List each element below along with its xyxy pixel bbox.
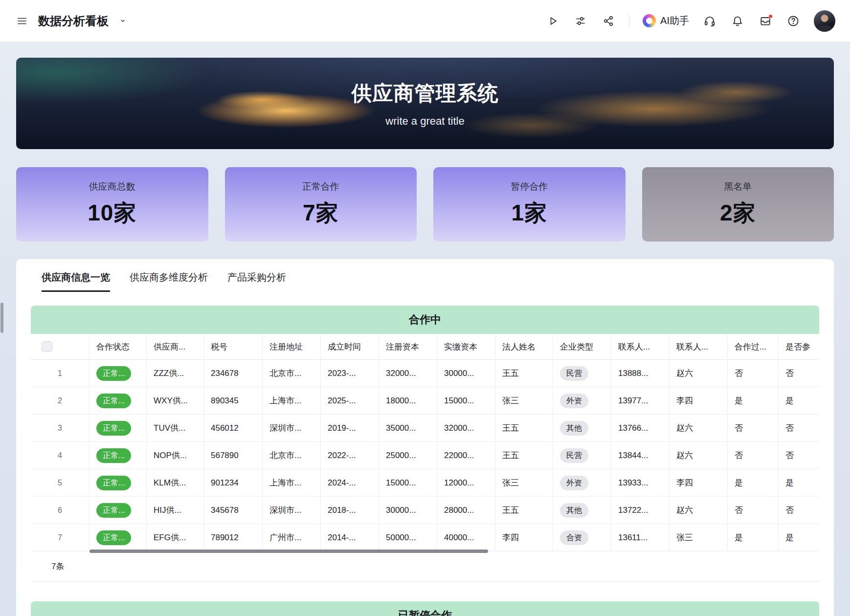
cell-tax-no: 345678: [204, 497, 263, 524]
row-index: 7: [58, 533, 62, 542]
cell-supplier: HIJ供...: [147, 497, 204, 524]
cell-address: 深圳市...: [263, 497, 321, 524]
sliders-settings-button[interactable]: [573, 14, 588, 28]
headset-support-button[interactable]: [702, 14, 717, 28]
table-row[interactable]: 4 正常... NOP供... 567890 北京市... 2022-... 2…: [31, 442, 819, 469]
row-index-cell: 6: [31, 497, 89, 524]
company-type-badge: 民营: [560, 448, 588, 463]
cell-supplier: TUV供...: [147, 415, 204, 441]
row-index: 3: [58, 424, 62, 433]
cell-address: 上海市...: [263, 387, 321, 414]
ai-assistant-button[interactable]: AI助手: [643, 14, 689, 27]
tab-supplier-overview[interactable]: 供应商信息一览: [42, 271, 110, 292]
play-button[interactable]: [545, 14, 560, 28]
status-badge: 正常...: [96, 448, 131, 463]
page-title: 数据分析看板: [38, 13, 109, 29]
cell-founded: 2022-...: [321, 442, 379, 469]
cell-founded: 2019-...: [321, 415, 379, 441]
topbar-divider: [629, 15, 629, 27]
row-count: 7条: [51, 561, 64, 572]
table-body: 1 正常... ZZZ供... 234678 北京市... 2023-... 3…: [31, 360, 819, 551]
cell-registered-capital: 25000...: [379, 442, 437, 469]
table-row[interactable]: 7 正常... EFG供... 789012 广州市... 2014-... 5…: [31, 524, 819, 551]
cell-legal-person: 王五: [495, 497, 553, 524]
cell-tax-no: 234678: [204, 360, 263, 387]
stat-card-blacklist: 黑名单 2家: [642, 167, 834, 242]
cell-participated: 是: [779, 469, 819, 496]
cell-registered-capital: 32000...: [379, 360, 437, 387]
column-header-cooperation-history: 合作过...: [728, 334, 779, 359]
row-index: 4: [58, 451, 62, 460]
cell-tax-no: 456012: [204, 415, 263, 441]
table-row[interactable]: 2 正常... WXY供... 890345 上海市... 2025-... 1…: [31, 387, 819, 415]
cell-registered-capital: 50000...: [379, 524, 437, 551]
cell-legal-person: 王五: [495, 360, 553, 387]
cell-address: 广州市...: [263, 524, 321, 551]
ai-assistant-label: AI助手: [660, 14, 689, 27]
table-row[interactable]: 1 正常... ZZZ供... 234678 北京市... 2023-... 3…: [31, 360, 819, 387]
cell-supplier: EFG供...: [147, 524, 204, 551]
notification-dot: [768, 14, 773, 19]
stat-label: 暂停合作: [511, 180, 548, 193]
inbox-button[interactable]: [758, 14, 773, 28]
cell-status: 正常...: [89, 360, 147, 387]
cell-status: 正常...: [89, 387, 147, 414]
cell-participated: 否: [779, 415, 819, 441]
status-badge: 正常...: [96, 476, 131, 490]
horizontal-scrollbar[interactable]: [89, 550, 488, 553]
cell-legal-person: 王五: [495, 415, 553, 441]
cell-tax-no: 890345: [204, 387, 263, 414]
column-header-status: 合作状态: [89, 334, 147, 359]
company-type-badge: 合资: [560, 530, 588, 545]
column-header-legal-person: 法人姓名: [495, 334, 553, 359]
cell-founded: 2024-...: [321, 469, 379, 496]
column-header-participated: 是否参: [779, 334, 819, 359]
tab-product-purchase-analysis[interactable]: 产品采购分析: [227, 271, 286, 292]
cell-company-type: 民营: [553, 442, 611, 469]
cell-status: 正常...: [89, 469, 147, 496]
cell-cooperation-history: 是: [728, 469, 779, 496]
stat-value: 7家: [303, 198, 339, 228]
cell-paid-capital: 15000...: [437, 387, 495, 414]
table-header-row: 合作状态 供应商... 税号 注册地址 成立时间 注册资本 实缴资本 法人姓名 …: [31, 334, 819, 360]
cell-address: 上海市...: [263, 469, 321, 496]
share-button[interactable]: [601, 14, 616, 28]
row-index-cell: 7: [31, 524, 89, 551]
column-header-supplier: 供应商...: [147, 334, 204, 359]
help-button[interactable]: [786, 14, 801, 28]
tab-supplier-multidimensional-analysis[interactable]: 供应商多维度分析: [130, 271, 208, 292]
table-row[interactable]: 5 正常... KLM供... 901234 上海市... 2024-... 1…: [31, 469, 819, 497]
status-badge: 正常...: [96, 366, 131, 381]
cell-contact-name: 赵六: [670, 497, 728, 524]
cell-participated: 是: [779, 524, 819, 551]
cell-supplier: NOP供...: [147, 442, 204, 469]
cell-paid-capital: 12000...: [437, 469, 495, 496]
column-header-founded: 成立时间: [321, 334, 379, 359]
cell-contact-phone: 13844...: [611, 442, 670, 469]
menu-icon[interactable]: [15, 14, 29, 28]
vertical-scrollbar[interactable]: [0, 303, 3, 333]
column-header-company-type: 企业类型: [553, 334, 611, 359]
cell-contact-name: 李四: [670, 387, 728, 414]
column-header-paid-capital: 实缴资本: [437, 334, 495, 359]
select-all-cell: [31, 334, 89, 359]
cooperating-suppliers-table: 合作中 合作状态 供应商... 税号 注册地址 成立时间 注册资本 实缴资本 法…: [31, 306, 819, 582]
avatar[interactable]: [814, 10, 835, 32]
cell-company-type: 外资: [553, 469, 611, 496]
table-row[interactable]: 3 正常... TUV供... 456012 深圳市... 2019-... 3…: [31, 415, 819, 442]
company-type-badge: 其他: [560, 421, 588, 436]
table-row[interactable]: 6 正常... HIJ供... 345678 深圳市... 2018-... 3…: [31, 497, 819, 524]
cell-supplier: WXY供...: [147, 387, 204, 414]
cell-status: 正常...: [89, 415, 147, 441]
cell-paid-capital: 28000...: [437, 497, 495, 524]
cell-registered-capital: 35000...: [379, 415, 437, 441]
bell-notifications-button[interactable]: [730, 14, 745, 28]
select-all-checkbox[interactable]: [42, 341, 52, 352]
cell-legal-person: 王五: [495, 442, 553, 469]
cell-paid-capital: 22000...: [437, 442, 495, 469]
row-index-cell: 3: [31, 415, 89, 441]
topbar-right: AI助手: [545, 10, 835, 32]
column-header-tax-no: 税号: [204, 334, 263, 359]
chevron-down-icon[interactable]: [117, 16, 128, 26]
cell-legal-person: 李四: [495, 524, 553, 551]
